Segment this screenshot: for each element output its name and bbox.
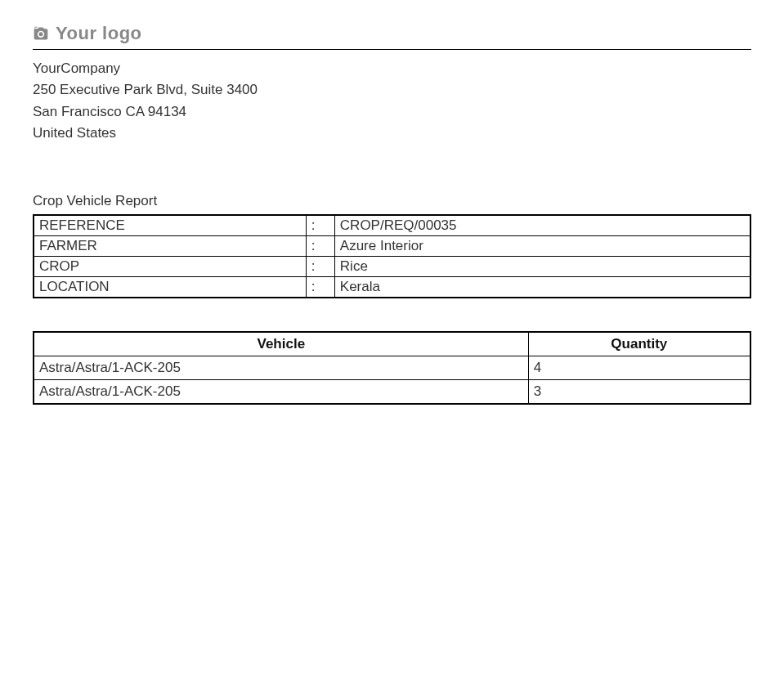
info-value: Rice: [334, 257, 750, 277]
cell-vehicle: Astra/Astra/1-ACK-205: [34, 356, 528, 380]
column-header-quantity: Quantity: [528, 332, 750, 356]
company-country: United States: [33, 123, 751, 144]
info-colon: :: [306, 215, 334, 236]
info-colon: :: [306, 236, 334, 257]
table-row: Astra/Astra/1-ACK-2054: [34, 356, 750, 380]
company-name: YourCompany: [33, 58, 751, 79]
info-label: CROP: [34, 257, 306, 277]
info-value: CROP/REQ/00035: [334, 215, 750, 236]
info-label: REFERENCE: [34, 215, 306, 236]
info-label: LOCATION: [34, 277, 306, 298]
info-row: REFERENCE:CROP/REQ/00035: [34, 215, 750, 236]
column-header-vehicle: Vehicle: [34, 332, 528, 356]
report-title: Crop Vehicle Report: [33, 193, 751, 209]
info-row: FARMER:Azure Interior: [34, 236, 750, 257]
report-info-table: REFERENCE:CROP/REQ/00035FARMER:Azure Int…: [33, 214, 751, 298]
info-value: Kerala: [334, 277, 750, 298]
company-city: San Francisco CA 94134: [33, 101, 751, 123]
table-row: Astra/Astra/1-ACK-2053: [34, 380, 750, 405]
cell-quantity: 4: [528, 356, 750, 380]
vehicle-data-table: Vehicle Quantity Astra/Astra/1-ACK-2054A…: [33, 331, 751, 405]
info-label: FARMER: [34, 236, 306, 257]
logo-text: Your logo: [56, 23, 142, 44]
cell-quantity: 3: [528, 380, 750, 405]
info-colon: :: [306, 277, 334, 298]
info-row: CROP:Rice: [34, 257, 750, 277]
company-address-block: YourCompany 250 Executive Park Blvd, Sui…: [33, 58, 751, 144]
info-value: Azure Interior: [334, 236, 750, 257]
camera-icon: [33, 25, 49, 42]
table-header-row: Vehicle Quantity: [34, 332, 750, 356]
cell-vehicle: Astra/Astra/1-ACK-205: [34, 380, 528, 405]
company-street: 250 Executive Park Blvd, Suite 3400: [33, 79, 751, 101]
document-header: Your logo: [33, 23, 751, 50]
info-row: LOCATION:Kerala: [34, 277, 750, 298]
info-colon: :: [306, 257, 334, 277]
